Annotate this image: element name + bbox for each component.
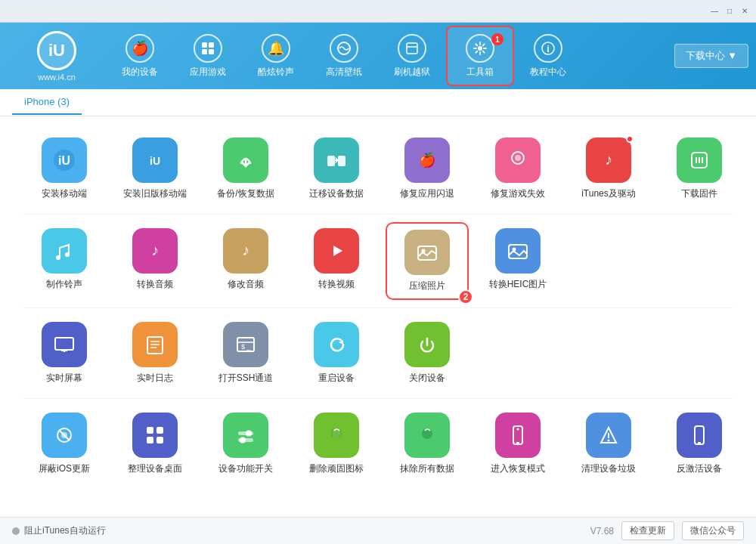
organize-desktop-icon <box>132 413 178 458</box>
svg-point-22 <box>515 155 521 161</box>
svg-point-71 <box>246 431 252 437</box>
tool-convert-heic[interactable]: 转换HEIC图片 <box>476 222 559 300</box>
tab-iphone[interactable]: iPhone (3) <box>12 90 82 115</box>
tutorials-icon: i <box>534 34 562 63</box>
nav-jailbreak[interactable]: 刷机越狱 <box>378 26 446 86</box>
tool-edit-audio[interactable]: ♪ 修改音频 <box>204 222 287 300</box>
check-update-button[interactable]: 检查更新 <box>621 521 674 540</box>
tool-fix-game[interactable]: 修复游戏失效 <box>476 131 559 206</box>
wechat-button[interactable]: 微信公众号 <box>682 521 744 540</box>
convert-audio-label: 转换音频 <box>137 278 173 291</box>
open-ssh-label: 打开SSH通道 <box>218 372 274 385</box>
svg-point-31 <box>56 255 60 260</box>
svg-point-32 <box>65 252 70 257</box>
tools-row-2: 制作铃声 ♪ 转换音频 ♪ 修改音频 转换视频 2 压缩照片 <box>23 222 733 300</box>
nav-tutorials[interactable]: i 教程中心 <box>514 26 582 86</box>
clean-junk-label: 清理设备垃圾 <box>581 462 636 475</box>
maximize-button[interactable]: □ <box>724 6 735 17</box>
nav-apps-games[interactable]: 应用游戏 <box>174 26 242 86</box>
svg-rect-1 <box>209 42 214 48</box>
block-update-label: 屏蔽iOS更新 <box>39 462 90 475</box>
svg-rect-65 <box>147 427 153 434</box>
status-text: 阻止iTunes自动运行 <box>24 524 106 537</box>
nav-jailbreak-label: 刷机越狱 <box>394 66 430 79</box>
backup-icon <box>223 138 268 183</box>
tool-migrate[interactable]: 迁移设备数据 <box>295 131 378 206</box>
svg-rect-68 <box>156 437 163 444</box>
tool-reboot[interactable]: 重启设备 <box>295 316 378 391</box>
svg-rect-64 <box>141 422 169 449</box>
header: iU www.i4.cn 🍎 我的设备 应用游戏 🔔 酷炫铃声 高清壁纸 <box>0 23 756 89</box>
tool-block-update[interactable]: 屏蔽iOS更新 <box>23 406 106 481</box>
tool-erase-data[interactable]: 抹除所有数据 <box>386 406 469 481</box>
minimize-button[interactable]: — <box>709 6 720 17</box>
fix-game-icon <box>495 138 541 183</box>
tool-organize-desktop[interactable]: 整理设备桌面 <box>113 406 197 481</box>
nav-ringtones[interactable]: 🔔 酷炫铃声 <box>242 26 310 86</box>
tool-recovery-mode[interactable]: 进入恢复模式 <box>476 406 559 481</box>
ringtones-icon: 🔔 <box>262 34 290 63</box>
live-log-icon <box>132 322 178 367</box>
svg-rect-66 <box>156 427 163 434</box>
convert-heic-label: 转换HEIC图片 <box>489 278 547 291</box>
svg-point-78 <box>422 428 432 439</box>
edit-audio-icon: ♪ <box>223 228 268 274</box>
logo-url: www.i4.cn <box>38 73 76 82</box>
backup-label: 备份/恢复数据 <box>217 187 274 200</box>
nav-tutorials-label: 教程中心 <box>530 66 566 79</box>
download-center-button[interactable]: 下载中心 ▼ <box>674 44 748 68</box>
tool-anti-activate[interactable]: 反激活设备 <box>658 406 741 481</box>
svg-text:♪: ♪ <box>605 151 612 168</box>
svg-point-73 <box>240 437 246 444</box>
tool-itunes[interactable]: ♪ iTunes及驱动 <box>567 131 650 206</box>
tool-clean-junk[interactable]: 清理设备垃圾 <box>567 406 650 481</box>
tool-live-screen[interactable]: 实时屏幕 <box>23 316 106 391</box>
edit-audio-label: 修改音频 <box>228 278 264 291</box>
logo-icon: iU <box>37 31 76 70</box>
svg-text:♪: ♪ <box>242 242 249 258</box>
firmware-icon <box>677 138 722 183</box>
nav-toolbox[interactable]: 1 工具箱 <box>446 26 514 86</box>
convert-audio-icon: ♪ <box>132 228 178 274</box>
svg-text:iU: iU <box>58 154 70 167</box>
tool-convert-video[interactable]: 转换视频 <box>295 222 378 300</box>
nav-apps-games-label: 应用游戏 <box>190 66 226 79</box>
fix-game-label: 修复游戏失效 <box>491 187 545 200</box>
svg-text:🍎: 🍎 <box>419 152 436 168</box>
shutdown-label: 关闭设备 <box>409 372 445 385</box>
tool-func-switch[interactable]: 设备功能开关 <box>204 406 287 481</box>
svg-rect-67 <box>147 437 153 444</box>
tool-convert-audio[interactable]: ♪ 转换音频 <box>113 222 197 300</box>
step-badge-2: 2 <box>458 289 473 304</box>
tool-shutdown[interactable]: 关闭设备 <box>386 316 469 391</box>
tool-make-ringtone[interactable]: 制作铃声 <box>23 222 106 300</box>
tool-open-ssh[interactable]: $ _ 打开SSH通道 <box>204 316 287 391</box>
func-switch-label: 设备功能开关 <box>218 462 273 475</box>
main-content: iU 安装移动端 iU 安装旧版移动端 备份/恢复数据 迁移设备数据 🍎 <box>0 116 756 517</box>
tool-compress-photo[interactable]: 2 压缩照片 <box>386 222 469 300</box>
close-button[interactable]: ✕ <box>739 6 750 17</box>
svg-rect-0 <box>202 42 207 48</box>
install-app-icon: iU <box>42 138 87 183</box>
nav-my-device-label: 我的设备 <box>122 66 158 79</box>
convert-heic-icon <box>495 228 541 274</box>
tool-firmware[interactable]: 下载固件 <box>658 131 741 206</box>
svg-rect-30 <box>51 237 78 264</box>
nav-my-device[interactable]: 🍎 我的设备 <box>106 26 174 86</box>
tool-fix-app[interactable]: 🍎 修复应用闪退 <box>386 131 469 206</box>
organize-desktop-label: 整理设备桌面 <box>128 462 182 475</box>
tab-bar: iPhone (3) <box>0 89 756 116</box>
anti-activate-icon <box>677 413 722 458</box>
tool-backup[interactable]: 备份/恢复数据 <box>204 131 287 206</box>
nav-toolbox-badge: 1 <box>491 33 503 45</box>
nav-wallpaper-label: 高清壁纸 <box>326 66 362 79</box>
tool-del-stubborn[interactable]: 删除顽固图标 <box>295 406 378 481</box>
tool-install-app[interactable]: iU 安装移动端 <box>23 131 106 206</box>
tool-live-log[interactable]: 实时日志 <box>113 316 197 391</box>
nav-wallpaper[interactable]: 高清壁纸 <box>310 26 378 86</box>
reboot-icon <box>314 322 359 367</box>
del-stubborn-icon <box>314 413 359 458</box>
install-old-icon: iU <box>132 138 178 183</box>
make-ringtone-icon <box>42 228 87 274</box>
tool-install-old[interactable]: iU 安装旧版移动端 <box>113 131 197 206</box>
